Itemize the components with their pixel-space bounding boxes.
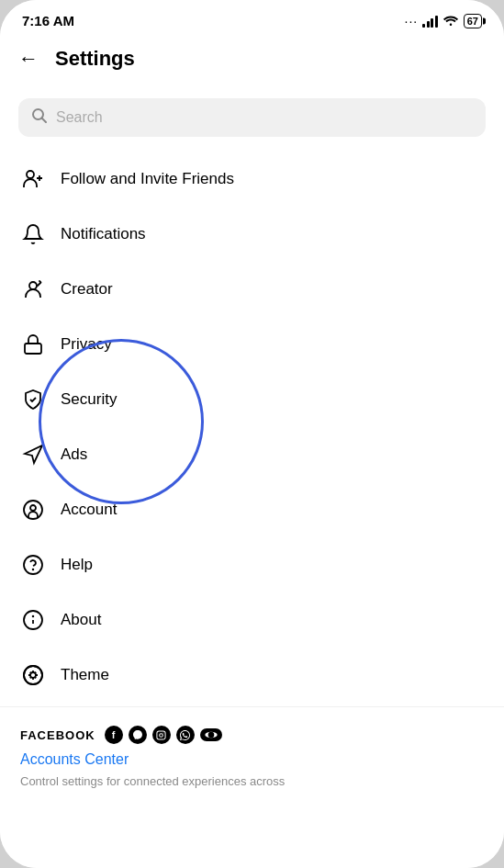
status-icons: ··· 67 bbox=[405, 13, 482, 28]
phone-frame: 7:16 AM ··· 67 ← Settings bbox=[0, 0, 504, 868]
creator-icon bbox=[20, 276, 46, 302]
menu-item-privacy[interactable]: Privacy bbox=[0, 317, 504, 372]
whatsapp-icon bbox=[176, 726, 195, 744]
menu-item-theme[interactable]: Theme bbox=[0, 648, 504, 703]
svg-rect-6 bbox=[25, 344, 41, 354]
more-icon: ··· bbox=[405, 14, 419, 28]
facebook-brand: FACEBOOK f bbox=[20, 726, 484, 744]
menu-label-help: Help bbox=[61, 556, 93, 574]
lock-icon bbox=[20, 332, 46, 357]
page-title: Settings bbox=[55, 47, 135, 71]
svg-point-18 bbox=[163, 732, 164, 733]
facebook-social-icons: f bbox=[105, 726, 222, 744]
menu-item-creator[interactable]: Creator bbox=[0, 262, 504, 317]
menu-label-privacy: Privacy bbox=[61, 335, 112, 354]
svg-point-17 bbox=[160, 733, 163, 737]
menu-label-about: About bbox=[61, 611, 101, 629]
menu-item-notifications[interactable]: Notifications bbox=[0, 207, 504, 262]
svg-point-8 bbox=[30, 505, 36, 511]
menu-label-ads: Ads bbox=[61, 445, 87, 464]
svg-point-2 bbox=[27, 171, 34, 178]
menu-label-account: Account bbox=[61, 501, 117, 519]
back-button[interactable]: ← bbox=[15, 43, 42, 74]
search-box[interactable]: Search bbox=[18, 98, 486, 137]
header: ← Settings bbox=[0, 34, 504, 84]
facebook-f-icon: f bbox=[105, 726, 123, 744]
wifi-icon bbox=[442, 13, 459, 28]
battery-icon: 67 bbox=[464, 14, 482, 28]
svg-point-20 bbox=[207, 732, 214, 738]
content-area: Search Follow and Invite Friends Notific… bbox=[0, 84, 504, 868]
menu-item-follow-friends[interactable]: Follow and Invite Friends bbox=[0, 152, 504, 207]
svg-point-7 bbox=[24, 501, 42, 519]
divider bbox=[0, 706, 504, 707]
menu-item-account[interactable]: Account bbox=[0, 482, 504, 537]
ads-icon bbox=[20, 442, 46, 468]
search-icon bbox=[31, 107, 47, 128]
messenger-icon bbox=[129, 726, 147, 744]
accounts-center-link[interactable]: Accounts Center bbox=[20, 751, 484, 768]
menu-item-ads[interactable]: Ads bbox=[0, 427, 504, 482]
svg-rect-16 bbox=[157, 730, 165, 738]
facebook-brand-text: FACEBOOK bbox=[20, 728, 95, 742]
svg-point-5 bbox=[29, 282, 37, 289]
oculus-icon bbox=[200, 728, 222, 741]
help-icon bbox=[20, 552, 46, 578]
menu-label-notifications: Notifications bbox=[61, 225, 146, 243]
svg-point-9 bbox=[24, 556, 42, 574]
status-bar: 7:16 AM ··· 67 bbox=[0, 0, 504, 34]
search-container: Search bbox=[0, 91, 504, 152]
account-icon bbox=[20, 497, 46, 523]
svg-line-1 bbox=[42, 118, 47, 123]
info-icon bbox=[20, 607, 46, 633]
menu-label-security: Security bbox=[61, 390, 117, 409]
signal-icon bbox=[422, 15, 438, 28]
menu-label-theme: Theme bbox=[61, 666, 109, 684]
menu-item-help[interactable]: Help bbox=[0, 537, 504, 592]
menu-label-follow-friends: Follow and Invite Friends bbox=[61, 170, 234, 188]
bell-icon bbox=[20, 221, 46, 247]
menu-item-about[interactable]: About bbox=[0, 592, 504, 648]
theme-icon bbox=[20, 662, 46, 688]
search-placeholder: Search bbox=[56, 109, 103, 126]
status-time: 7:16 AM bbox=[22, 13, 74, 28]
instagram-icon bbox=[152, 726, 171, 744]
facebook-section: FACEBOOK f Accounts bbox=[0, 711, 504, 797]
menu-item-security[interactable]: Security bbox=[0, 372, 504, 427]
menu-label-creator: Creator bbox=[61, 280, 113, 299]
accounts-center-description: Control settings for connected experienc… bbox=[20, 773, 484, 790]
follow-icon bbox=[20, 166, 46, 192]
shield-icon bbox=[20, 387, 46, 412]
